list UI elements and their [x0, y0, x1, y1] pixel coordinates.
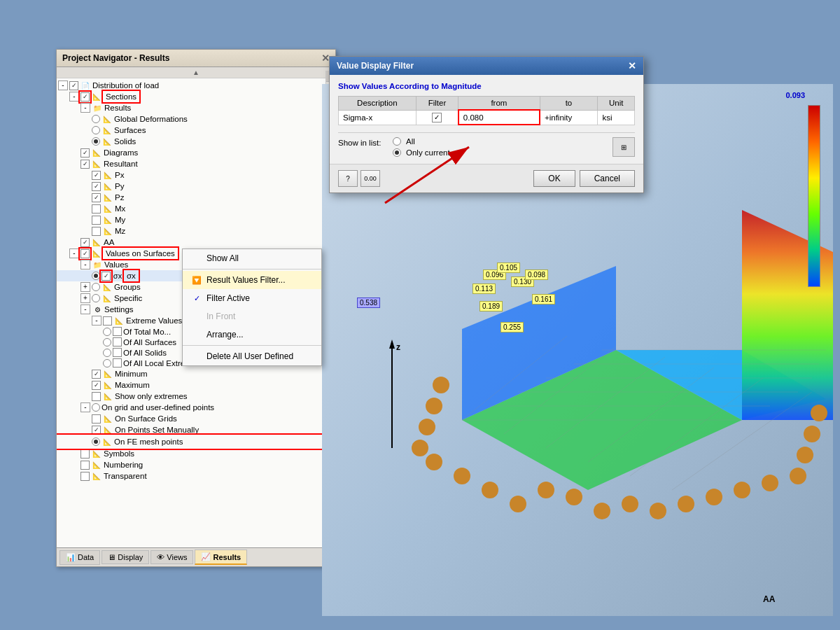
radio-btn[interactable]	[103, 328, 111, 336]
radio-row-only-current[interactable]: Only current	[393, 148, 450, 157]
tab-results[interactable]: 📈 Results	[195, 550, 247, 565]
tree-check-sections[interactable]	[80, 92, 90, 102]
radio-btn[interactable]	[92, 294, 100, 302]
tree-check[interactable]	[92, 216, 101, 225]
tree-check[interactable]	[92, 392, 101, 401]
tree-label: Distribution of load	[92, 81, 159, 90]
tab-data[interactable]: 📊 Data	[59, 550, 100, 565]
tree-item-show-extremes[interactable]: 📐 Show only extremes	[57, 391, 335, 402]
tree-item-numbering[interactable]: 📐 Numbering	[57, 459, 335, 470]
tree-item-pz[interactable]: 📐 Pz	[57, 192, 335, 203]
row-filter-cell[interactable]: ✓	[416, 110, 458, 125]
reset-btn[interactable]: 0.00	[360, 170, 380, 187]
tree-expand[interactable]: +	[80, 282, 90, 292]
tree-expand[interactable]: -	[80, 103, 90, 113]
tree-expand[interactable]: -	[92, 316, 102, 326]
cancel-button[interactable]: Cancel	[580, 170, 635, 187]
tree-check[interactable]	[80, 160, 90, 169]
radio-btn[interactable]	[103, 349, 111, 357]
tree-item-points-manually[interactable]: 📐 On Points Set Manually	[57, 424, 335, 435]
tab-views[interactable]: 👁 Views	[150, 550, 193, 564]
tree-item-surface-grids[interactable]: 📐 On Surface Grids	[57, 413, 335, 424]
tree-item-results[interactable]: - 📁 Results	[57, 102, 335, 113]
tree-check[interactable]	[92, 370, 101, 379]
tree-item-surfaces[interactable]: 📐 Surfaces	[57, 125, 335, 136]
radio-btn[interactable]	[103, 359, 111, 368]
tree-expand[interactable]: -	[80, 402, 90, 412]
radio-row-all[interactable]: All	[393, 137, 450, 146]
tree-check[interactable]	[92, 426, 101, 435]
radio-btn[interactable]	[92, 403, 100, 412]
tree-check[interactable]	[113, 327, 122, 336]
tree-item-mx[interactable]: 📐 Mx	[57, 203, 335, 214]
tree-item-px[interactable]: 📐 Px	[57, 169, 335, 181]
radio-btn[interactable]	[92, 283, 100, 291]
tree-check[interactable]	[92, 381, 101, 390]
tree-item-mz[interactable]: 📐 Mz	[57, 225, 335, 237]
radio-btn-selected[interactable]	[92, 137, 100, 146]
tree-check[interactable]	[113, 358, 122, 368]
radio-all[interactable]	[393, 137, 401, 146]
tree-expand[interactable]: -	[80, 304, 90, 314]
tree-item-global-def[interactable]: 📐 Global Deformations	[57, 113, 335, 125]
tree-check[interactable]	[103, 316, 112, 326]
from-input[interactable]	[463, 113, 505, 122]
tree-check[interactable]	[80, 238, 90, 247]
tree-check[interactable]	[69, 81, 78, 90]
tree-item-transparent[interactable]: 📐 Transparent	[57, 470, 335, 482]
tree-check[interactable]	[92, 193, 101, 202]
tree-check[interactable]	[92, 171, 101, 180]
tree-check[interactable]	[92, 227, 101, 236]
radio-btn[interactable]	[92, 272, 100, 280]
tree-expand[interactable]: -	[69, 248, 79, 258]
tree-check[interactable]	[102, 272, 111, 281]
tree-item-grid-points[interactable]: - On grid and user-defined points	[57, 402, 335, 413]
context-result-filter[interactable]: 🔽 Result Values Filter...	[183, 271, 321, 289]
radio-btn-selected[interactable]	[92, 438, 100, 446]
context-filter-active[interactable]: ✓ Filter Active	[183, 289, 321, 307]
row-from-cell[interactable]	[458, 110, 540, 125]
tree-item-maximum[interactable]: 📐 Maximum	[57, 379, 335, 391]
tree-item-aa[interactable]: 📐 AA	[57, 237, 335, 248]
tree-item-distribution[interactable]: - 📄 Distribution of load	[57, 80, 335, 91]
tree-item-diagrams[interactable]: 📐 Diagrams	[57, 147, 335, 158]
tree-expand[interactable]: -	[69, 92, 79, 102]
context-arrange[interactable]: Arrange...	[183, 326, 321, 344]
radio-only-current[interactable]	[393, 148, 401, 157]
tree-expand[interactable]: +	[80, 293, 90, 303]
tree-item-resultant[interactable]: 📐 Resultant	[57, 158, 335, 169]
tree-item-my[interactable]: 📐 My	[57, 214, 335, 225]
tab-display[interactable]: 🖥 Display	[102, 550, 149, 564]
radio-btn[interactable]	[92, 126, 100, 134]
tree-check-values-surfaces[interactable]	[80, 249, 90, 258]
tree-expand[interactable]: -	[58, 80, 68, 90]
radio-btn[interactable]	[92, 115, 100, 123]
tree-check[interactable]	[80, 449, 90, 458]
tree-check[interactable]	[92, 182, 101, 191]
tree-check[interactable]	[80, 461, 90, 470]
filter-checkbox[interactable]: ✓	[432, 113, 442, 122]
context-delete-user[interactable]: Delete All User Defined	[183, 347, 321, 365]
dialog-close-btn[interactable]: ✕	[628, 60, 636, 71]
tree-check[interactable]	[80, 148, 90, 158]
tree-item-solids[interactable]: 📐 Solids	[57, 136, 335, 147]
aa-icon: 📐	[91, 237, 102, 247]
context-show-all[interactable]: Show All	[183, 249, 321, 267]
tree-check[interactable]	[92, 204, 101, 214]
tree-check[interactable]	[80, 472, 90, 481]
tree-item-minimum[interactable]: 📐 Minimum	[57, 368, 335, 379]
table-icon-btn[interactable]: ⊞	[612, 137, 635, 157]
values-surfaces-label: Values on Surfaces	[104, 248, 177, 258]
help-btn[interactable]: ?	[338, 170, 358, 187]
tree-check[interactable]	[113, 348, 122, 357]
tree-check[interactable]	[92, 414, 101, 424]
tree-item-py[interactable]: 📐 Py	[57, 181, 335, 192]
col-unit: Unit	[598, 97, 635, 111]
radio-btn[interactable]	[103, 338, 111, 346]
tree-item-fe-mesh[interactable]: 📐 On FE mesh points	[57, 435, 335, 448]
ok-button[interactable]: OK	[533, 170, 575, 187]
tree-check[interactable]	[113, 337, 122, 346]
tree-item-sections[interactable]: - 📐 Sections	[57, 91, 335, 102]
tree-expand[interactable]: -	[80, 260, 90, 270]
tree-item-symbols[interactable]: 📐 Symbols	[57, 448, 335, 459]
